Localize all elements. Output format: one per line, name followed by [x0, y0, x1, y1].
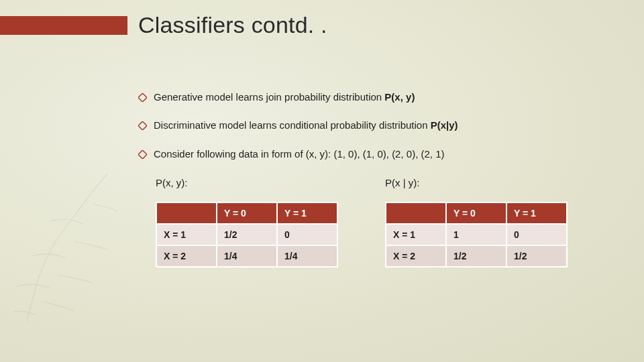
table-cell: 1/2: [506, 245, 567, 267]
table-corner-cell: [156, 202, 217, 224]
table-row-header: X = 1: [386, 224, 446, 245]
bullet-pre: Consider following data in form of (x, y…: [154, 148, 444, 160]
diamond-bullet-icon: [138, 120, 147, 133]
bullet-list: Generative model learns join probability…: [138, 90, 604, 162]
table-row: X = 1 1/2 0: [156, 224, 337, 245]
table-cell: 1/4: [217, 245, 277, 267]
bullet-item: Discriminative model learns conditional …: [138, 119, 604, 133]
p-x-given-y-table-block: P(x | y): Y = 0 Y = 1 X = 1 1 0 X = 2 1/…: [385, 177, 568, 267]
p-xy-table: Y = 0 Y = 1 X = 1 1/2 0 X = 2 1/4 1/4: [156, 202, 338, 267]
table-caption: P(x | y):: [385, 177, 568, 188]
diamond-bullet-icon: [138, 92, 147, 105]
table-col-header: Y = 1: [277, 202, 337, 224]
svg-marker-2: [138, 150, 147, 159]
table-cell: 1/2: [217, 224, 277, 245]
svg-marker-0: [138, 93, 147, 102]
bullet-pre: Discriminative model learns conditional …: [154, 119, 431, 131]
table-row-header: X = 2: [386, 245, 446, 267]
p-xy-table-block: P(x, y): Y = 0 Y = 1 X = 1 1/2 0 X = 2 1…: [156, 177, 338, 267]
table-col-header: Y = 0: [217, 202, 277, 224]
table-cell: 1: [446, 224, 506, 245]
svg-marker-1: [138, 121, 147, 130]
table-col-header: Y = 1: [506, 202, 567, 224]
tables-row: P(x, y): Y = 0 Y = 1 X = 1 1/2 0 X = 2 1…: [156, 177, 604, 267]
table-header-row: Y = 0 Y = 1: [156, 202, 337, 224]
leaf-decoration: [13, 168, 121, 342]
table-cell: 0: [506, 224, 567, 245]
table-cell: 1/4: [277, 245, 337, 267]
table-row: X = 2 1/2 1/2: [386, 245, 567, 267]
table-corner-cell: [386, 202, 446, 224]
bullet-text: Discriminative model learns conditional …: [154, 119, 458, 132]
table-caption: P(x, y):: [156, 177, 338, 188]
bullet-text: Generative model learns join probability…: [154, 90, 415, 104]
diamond-bullet-icon: [138, 149, 147, 162]
slide-title: Classifiers contd. .: [138, 12, 604, 38]
table-cell: 1/2: [446, 245, 506, 267]
accent-bar: [0, 16, 127, 35]
table-row-header: X = 1: [156, 224, 217, 245]
slide-content: Classifiers contd. . Generative model le…: [138, 12, 604, 267]
bullet-text: Consider following data in form of (x, y…: [154, 147, 444, 161]
table-col-header: Y = 0: [446, 202, 506, 224]
p-x-given-y-table: Y = 0 Y = 1 X = 1 1 0 X = 2 1/2 1/2: [385, 202, 568, 267]
bullet-item: Generative model learns join probability…: [138, 90, 604, 105]
bullet-item: Consider following data in form of (x, y…: [138, 147, 604, 162]
table-row: X = 1 1 0: [386, 224, 567, 245]
table-row-header: X = 2: [156, 245, 217, 267]
table-row: X = 2 1/4 1/4: [156, 245, 337, 267]
bullet-bold: P(x|y): [431, 119, 458, 131]
bullet-bold: P(x, y): [384, 91, 415, 103]
bullet-pre: Generative model learns join probability…: [154, 91, 384, 103]
table-header-row: Y = 0 Y = 1: [386, 202, 567, 224]
table-cell: 0: [277, 224, 337, 245]
